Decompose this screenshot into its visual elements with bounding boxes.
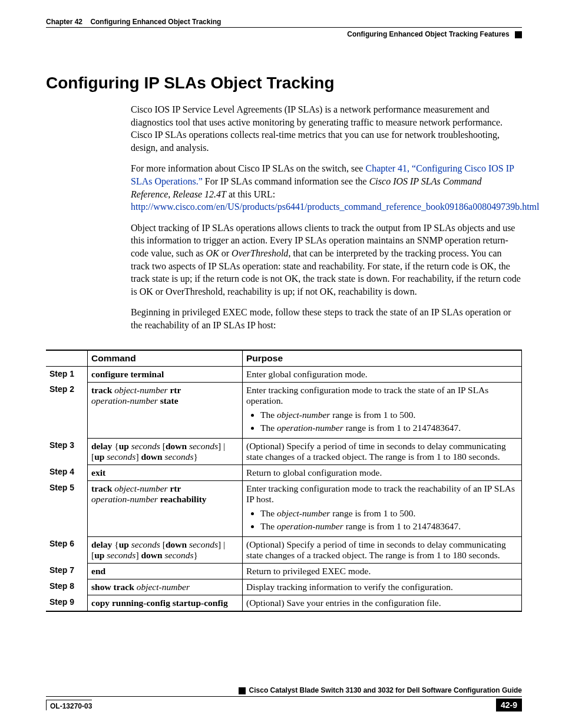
footer-title: Cisco Catalyst Blade Switch 3130 and 303… [46, 686, 522, 697]
table-row: Step 6delay {up seconds [down seconds] |… [46, 536, 522, 563]
purpose-cell: Display tracking information to verify t… [243, 579, 522, 595]
col-purpose: Purpose [243, 350, 522, 367]
command-cell: exit [88, 465, 243, 480]
section-heading: Configuring IP SLAs Object Tracking [46, 74, 522, 93]
command-cell: show track object-number [88, 579, 243, 595]
url-link[interactable]: http://www.cisco.com/en/US/products/ps64… [131, 202, 540, 212]
table-row: Step 5track object-number rtr operation-… [46, 480, 522, 536]
col-command: Command [88, 350, 243, 367]
table-row: Step 8show track object-numberDisplay tr… [46, 579, 522, 595]
paragraph-4: Beginning in privileged EXEC mode, follo… [131, 306, 522, 331]
table-header-row: Command Purpose [46, 350, 522, 367]
list-item: The operation-number range is from 1 to … [260, 423, 518, 433]
purpose-cell: (Optional) Specify a period of time in s… [243, 438, 522, 465]
step-label: Step 2 [46, 382, 88, 438]
chapter-number: Chapter 42 [46, 18, 82, 26]
footer-doc-id: OL-13270-03 [46, 700, 92, 710]
body-text: Cisco IOS IP Service Level Agreements (I… [131, 103, 522, 332]
chapter-title: Configuring Enhanced Object Tracking [90, 18, 221, 26]
step-label: Step 3 [46, 438, 88, 465]
page: Chapter 42 Configuring Enhanced Object T… [0, 0, 562, 728]
command-cell: track object-number rtr operation-number… [88, 480, 243, 536]
paragraph-3: Object tracking of IP SLAs operations al… [131, 222, 522, 298]
step-label: Step 5 [46, 480, 88, 536]
header-rule: Configuring Enhanced Object Tracking Fea… [46, 27, 522, 38]
steps-table: Command Purpose Step 1configure terminal… [46, 350, 522, 612]
purpose-cell: (Optional) Specify a period of time in s… [243, 536, 522, 563]
list-item: The object-number range is from 1 to 500… [260, 410, 518, 420]
table-row: Step 3delay {up seconds [down seconds] |… [46, 438, 522, 465]
footer-marker-icon [239, 687, 246, 694]
step-label: Step 7 [46, 563, 88, 579]
table-row: Step 1configure terminalEnter global con… [46, 366, 522, 382]
col-step [46, 350, 88, 367]
command-cell: configure terminal [88, 366, 243, 382]
command-cell: delay {up seconds [down seconds] | [up s… [88, 438, 243, 465]
header-marker-icon [515, 31, 522, 38]
step-label: Step 4 [46, 465, 88, 480]
purpose-cell: Enter tracking configuration mode to tra… [243, 382, 522, 438]
list-item: The object-number range is from 1 to 500… [260, 508, 518, 519]
command-cell: end [88, 563, 243, 579]
header-chapter: Chapter 42 Configuring Enhanced Object T… [46, 18, 522, 26]
list-item: The operation-number range is from 1 to … [260, 521, 518, 532]
command-cell: track object-number rtr operation-number… [88, 382, 243, 438]
page-footer: Cisco Catalyst Blade Switch 3130 and 303… [46, 686, 522, 711]
step-label: Step 1 [46, 366, 88, 382]
purpose-cell: Enter tracking configuration mode to tra… [243, 480, 522, 536]
step-label: Step 9 [46, 595, 88, 611]
step-label: Step 6 [46, 536, 88, 563]
table-row: Step 2track object-number rtr operation-… [46, 382, 522, 438]
table-row: Step 7endReturn to privileged EXEC mode. [46, 563, 522, 579]
step-label: Step 8 [46, 579, 88, 595]
purpose-cell: Enter global configuration mode. [243, 366, 522, 382]
page-header: Chapter 42 Configuring Enhanced Object T… [46, 18, 522, 38]
purpose-bullets: The object-number range is from 1 to 500… [246, 410, 518, 433]
footer-page-number: 42-9 [496, 699, 522, 711]
paragraph-1: Cisco IOS IP Service Level Agreements (I… [131, 103, 522, 154]
purpose-bullets: The object-number range is from 1 to 500… [246, 508, 518, 532]
table-row: Step 9copy running-config startup-config… [46, 595, 522, 611]
purpose-cell: Return to privileged EXEC mode. [243, 563, 522, 579]
command-cell: delay {up seconds [down seconds] | [up s… [88, 536, 243, 563]
purpose-cell: (Optional) Save your entries in the conf… [243, 595, 522, 611]
table-row: Step 4exitReturn to global configuration… [46, 465, 522, 480]
purpose-cell: Return to global configuration mode. [243, 465, 522, 480]
paragraph-2: For more information about Cisco IP SLAs… [131, 162, 522, 213]
header-section: Configuring Enhanced Object Tracking Fea… [347, 30, 509, 38]
command-cell: copy running-config startup-config [88, 595, 243, 611]
